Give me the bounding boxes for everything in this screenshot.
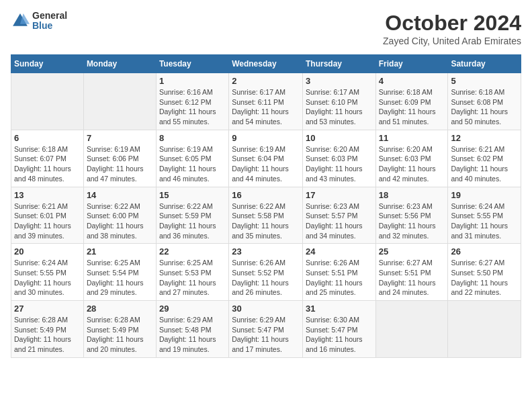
cell-content: Sunrise: 6:22 AM Sunset: 6:00 PM Dayligh…	[87, 201, 153, 241]
cell-content: Sunrise: 6:29 AM Sunset: 5:48 PM Dayligh…	[159, 315, 226, 355]
title-block: October 2024 Zayed City, United Arab Emi…	[383, 11, 521, 46]
logo-icon	[11, 11, 30, 30]
calendar-cell: 17Sunrise: 6:23 AM Sunset: 5:57 PM Dayli…	[302, 187, 375, 244]
calendar-cell: 18Sunrise: 6:23 AM Sunset: 5:56 PM Dayli…	[375, 187, 448, 244]
day-number: 25	[379, 246, 445, 257]
calendar-table: SundayMondayTuesdayWednesdayThursdayFrid…	[11, 54, 521, 358]
day-number: 6	[14, 133, 81, 143]
day-number: 18	[379, 190, 445, 200]
cell-content: Sunrise: 6:19 AM Sunset: 6:06 PM Dayligh…	[87, 144, 153, 184]
cell-content: Sunrise: 6:23 AM Sunset: 5:57 PM Dayligh…	[306, 201, 373, 241]
header-cell-wednesday: Wednesday	[229, 55, 303, 73]
cell-content: Sunrise: 6:21 AM Sunset: 6:01 PM Dayligh…	[14, 201, 81, 241]
header-cell-monday: Monday	[83, 55, 156, 73]
day-number: 26	[451, 246, 518, 257]
calendar-cell	[11, 73, 84, 130]
day-number: 7	[87, 133, 153, 143]
cell-content: Sunrise: 6:18 AM Sunset: 6:08 PM Dayligh…	[451, 87, 518, 127]
calendar-cell: 7Sunrise: 6:19 AM Sunset: 6:06 PM Daylig…	[83, 130, 156, 187]
cell-content: Sunrise: 6:18 AM Sunset: 6:07 PM Dayligh…	[14, 144, 81, 184]
cell-content: Sunrise: 6:24 AM Sunset: 5:55 PM Dayligh…	[14, 258, 81, 298]
day-number: 20	[14, 246, 81, 257]
week-row-3: 20Sunrise: 6:24 AM Sunset: 5:55 PM Dayli…	[11, 244, 521, 301]
day-number: 15	[159, 190, 226, 200]
cell-content: Sunrise: 6:26 AM Sunset: 5:52 PM Dayligh…	[232, 258, 300, 298]
cell-content: Sunrise: 6:18 AM Sunset: 6:09 PM Dayligh…	[379, 87, 445, 127]
calendar-cell: 16Sunrise: 6:22 AM Sunset: 5:58 PM Dayli…	[229, 187, 303, 244]
day-number: 16	[232, 190, 300, 200]
day-number: 8	[159, 133, 226, 143]
day-number: 2	[232, 76, 300, 86]
calendar-cell: 11Sunrise: 6:20 AM Sunset: 6:03 PM Dayli…	[375, 130, 448, 187]
day-number: 17	[306, 190, 373, 200]
day-number: 19	[451, 190, 518, 200]
header-cell-thursday: Thursday	[302, 55, 375, 73]
week-row-2: 13Sunrise: 6:21 AM Sunset: 6:01 PM Dayli…	[11, 187, 521, 244]
calendar-cell: 6Sunrise: 6:18 AM Sunset: 6:07 PM Daylig…	[11, 130, 84, 187]
calendar-cell: 19Sunrise: 6:24 AM Sunset: 5:55 PM Dayli…	[448, 187, 521, 244]
day-number: 11	[379, 133, 445, 143]
week-row-1: 6Sunrise: 6:18 AM Sunset: 6:07 PM Daylig…	[11, 130, 521, 187]
location-subtitle: Zayed City, United Arab Emirates	[383, 36, 521, 46]
cell-content: Sunrise: 6:25 AM Sunset: 5:53 PM Dayligh…	[159, 258, 226, 298]
day-number: 3	[306, 76, 373, 86]
day-number: 22	[159, 246, 226, 257]
cell-content: Sunrise: 6:28 AM Sunset: 5:49 PM Dayligh…	[14, 315, 81, 355]
header-row: SundayMondayTuesdayWednesdayThursdayFrid…	[11, 55, 521, 73]
calendar-cell: 12Sunrise: 6:21 AM Sunset: 6:02 PM Dayli…	[448, 130, 521, 187]
calendar-body: 1Sunrise: 6:16 AM Sunset: 6:12 PM Daylig…	[11, 73, 521, 358]
day-number: 13	[14, 190, 81, 200]
calendar-cell: 20Sunrise: 6:24 AM Sunset: 5:55 PM Dayli…	[11, 244, 84, 301]
calendar-cell: 10Sunrise: 6:20 AM Sunset: 6:03 PM Dayli…	[302, 130, 375, 187]
cell-content: Sunrise: 6:16 AM Sunset: 6:12 PM Dayligh…	[159, 87, 226, 127]
cell-content: Sunrise: 6:20 AM Sunset: 6:03 PM Dayligh…	[306, 144, 373, 184]
page-header: General Blue October 2024 Zayed City, Un…	[11, 11, 521, 46]
calendar-cell: 28Sunrise: 6:28 AM Sunset: 5:49 PM Dayli…	[83, 301, 156, 358]
calendar-cell: 13Sunrise: 6:21 AM Sunset: 6:01 PM Dayli…	[11, 187, 84, 244]
cell-content: Sunrise: 6:20 AM Sunset: 6:03 PM Dayligh…	[379, 144, 445, 184]
cell-content: Sunrise: 6:26 AM Sunset: 5:51 PM Dayligh…	[306, 258, 373, 298]
day-number: 1	[159, 76, 226, 86]
logo-general-text: General	[32, 11, 67, 21]
cell-content: Sunrise: 6:22 AM Sunset: 5:59 PM Dayligh…	[159, 201, 226, 241]
day-number: 24	[306, 246, 373, 257]
calendar-cell: 14Sunrise: 6:22 AM Sunset: 6:00 PM Dayli…	[83, 187, 156, 244]
day-number: 12	[451, 133, 518, 143]
cell-content: Sunrise: 6:29 AM Sunset: 5:47 PM Dayligh…	[232, 315, 300, 355]
calendar-header: SundayMondayTuesdayWednesdayThursdayFrid…	[11, 55, 521, 73]
calendar-cell: 25Sunrise: 6:27 AM Sunset: 5:51 PM Dayli…	[375, 244, 448, 301]
cell-content: Sunrise: 6:21 AM Sunset: 6:02 PM Dayligh…	[451, 144, 518, 184]
day-number: 28	[87, 304, 153, 314]
week-row-4: 27Sunrise: 6:28 AM Sunset: 5:49 PM Dayli…	[11, 301, 521, 358]
cell-content: Sunrise: 6:19 AM Sunset: 6:04 PM Dayligh…	[232, 144, 300, 184]
calendar-cell: 29Sunrise: 6:29 AM Sunset: 5:48 PM Dayli…	[156, 301, 228, 358]
header-cell-tuesday: Tuesday	[156, 55, 228, 73]
calendar-cell: 31Sunrise: 6:30 AM Sunset: 5:47 PM Dayli…	[302, 301, 375, 358]
calendar-cell: 4Sunrise: 6:18 AM Sunset: 6:09 PM Daylig…	[375, 73, 448, 130]
day-number: 23	[232, 246, 300, 257]
calendar-cell: 5Sunrise: 6:18 AM Sunset: 6:08 PM Daylig…	[448, 73, 521, 130]
cell-content: Sunrise: 6:27 AM Sunset: 5:51 PM Dayligh…	[379, 258, 445, 298]
cell-content: Sunrise: 6:19 AM Sunset: 6:05 PM Dayligh…	[159, 144, 226, 184]
cell-content: Sunrise: 6:17 AM Sunset: 6:10 PM Dayligh…	[306, 87, 373, 127]
day-number: 31	[306, 304, 373, 314]
calendar-cell: 24Sunrise: 6:26 AM Sunset: 5:51 PM Dayli…	[302, 244, 375, 301]
day-number: 5	[451, 76, 518, 86]
cell-content: Sunrise: 6:30 AM Sunset: 5:47 PM Dayligh…	[306, 315, 373, 355]
day-number: 10	[306, 133, 373, 143]
calendar-cell: 23Sunrise: 6:26 AM Sunset: 5:52 PM Dayli…	[229, 244, 303, 301]
calendar-cell	[448, 301, 521, 358]
calendar-cell	[83, 73, 156, 130]
day-number: 14	[87, 190, 153, 200]
header-cell-friday: Friday	[375, 55, 448, 73]
header-cell-sunday: Sunday	[11, 55, 84, 73]
month-title: October 2024	[383, 11, 521, 36]
calendar-cell: 27Sunrise: 6:28 AM Sunset: 5:49 PM Dayli…	[11, 301, 84, 358]
calendar-cell	[375, 301, 448, 358]
cell-content: Sunrise: 6:27 AM Sunset: 5:50 PM Dayligh…	[451, 258, 518, 298]
calendar-cell: 3Sunrise: 6:17 AM Sunset: 6:10 PM Daylig…	[302, 73, 375, 130]
calendar-cell: 26Sunrise: 6:27 AM Sunset: 5:50 PM Dayli…	[448, 244, 521, 301]
calendar-cell: 2Sunrise: 6:17 AM Sunset: 6:11 PM Daylig…	[229, 73, 303, 130]
day-number: 9	[232, 133, 300, 143]
cell-content: Sunrise: 6:28 AM Sunset: 5:49 PM Dayligh…	[87, 315, 153, 355]
